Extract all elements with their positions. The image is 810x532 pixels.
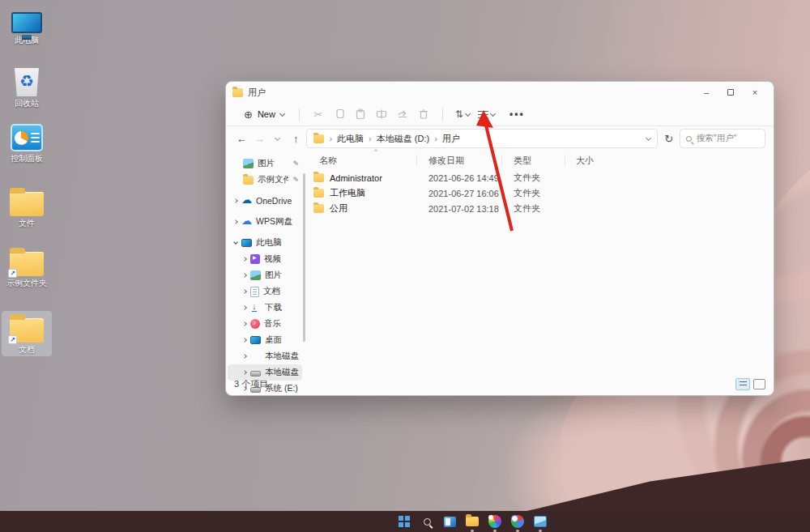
copy-button[interactable]	[329, 105, 350, 123]
desktop-icon-docs-shortcut[interactable]: ↗ 文档	[2, 311, 52, 356]
chevron-down-icon[interactable]	[233, 240, 238, 245]
search-input[interactable]: 搜索"用户"	[680, 129, 765, 148]
desktop-icon-sample-folder-shortcut[interactable]: ↗ 示例文件夹	[2, 245, 52, 290]
task-view-button[interactable]	[442, 514, 457, 529]
taskbar-photos-button[interactable]	[533, 514, 548, 529]
share-button[interactable]	[392, 105, 413, 123]
breadcrumb-separator: ›	[369, 134, 372, 143]
history-dropdown-button[interactable]	[271, 130, 285, 147]
large-icons-view-button[interactable]	[753, 379, 765, 389]
breadcrumb-folder-icon	[313, 134, 324, 143]
file-row-administrator[interactable]: Administrator 2021-06-26 14:49 文件夹	[313, 170, 765, 185]
breadcrumb[interactable]: › 此电脑 › 本地磁盘 (D:) › 用户	[306, 129, 658, 148]
task-view-icon	[444, 517, 456, 527]
edge-browser-icon	[488, 515, 501, 528]
details-view-button[interactable]	[735, 378, 750, 390]
sidebar-item-desktop[interactable]: 桌面	[228, 332, 302, 348]
chevron-right-icon[interactable]	[242, 273, 247, 278]
file-row-work-pc[interactable]: 工作电脑 2021-06-27 16:06 文件夹	[313, 185, 765, 201]
cut-button[interactable]: ✂	[308, 105, 329, 123]
chevron-down-icon	[279, 110, 285, 116]
desktop-icon-recycle-bin[interactable]: ♻ 回收站	[2, 63, 52, 110]
sidebar-item-wps-cloud[interactable]: WPS网盘	[228, 214, 302, 230]
desktop-icon	[250, 336, 261, 344]
taskbar-chrome-button[interactable]	[510, 514, 525, 529]
taskbar-file-explorer-button[interactable]	[465, 514, 480, 529]
sidebar-item-documents[interactable]: 文档	[228, 283, 302, 300]
sidebar-item-videos[interactable]: 视频	[228, 251, 302, 267]
sidebar-item-pictures-pinned[interactable]: 图片 ✎	[228, 155, 302, 172]
folder-shortcut-icon: ↗	[10, 252, 44, 276]
start-button[interactable]	[397, 514, 411, 529]
sidebar-item-sample-folder-pinned[interactable]: 示例文件夹 ✎	[228, 172, 302, 188]
folder-icon	[10, 192, 44, 216]
desktop-icon-label: 示例文件夹	[6, 279, 47, 287]
minimize-button[interactable]: –	[694, 83, 718, 102]
new-button[interactable]: ⊕ New	[237, 107, 291, 122]
chevron-right-icon[interactable]	[242, 321, 247, 326]
sidebar-item-pictures[interactable]: 图片	[228, 267, 302, 283]
delete-button[interactable]	[413, 105, 434, 123]
chevron-right-icon[interactable]	[242, 289, 247, 294]
sidebar-item-downloads[interactable]: 下载	[228, 300, 302, 316]
see-more-button[interactable]: •••	[505, 107, 529, 121]
up-button[interactable]: ↑	[288, 130, 303, 147]
taskbar-edge-button[interactable]	[488, 514, 502, 529]
sidebar-item-this-pc[interactable]: 此电脑	[228, 235, 302, 251]
refresh-button[interactable]: ↻	[661, 130, 676, 147]
videos-icon	[250, 254, 260, 264]
sidebar-scrollbar[interactable]	[303, 173, 305, 342]
chevron-right-icon[interactable]	[233, 198, 238, 203]
pin-icon: ✎	[292, 176, 299, 184]
downloads-icon	[250, 304, 261, 313]
address-dropdown-icon[interactable]	[646, 134, 651, 140]
chevron-right-icon[interactable]	[242, 338, 247, 343]
desktop-icon-label: 控制面板	[11, 154, 43, 163]
close-button[interactable]: ×	[743, 83, 767, 102]
chevron-right-icon[interactable]	[233, 219, 238, 224]
sidebar-item-onedrive[interactable]: OneDrive	[228, 193, 302, 209]
chevron-down-icon	[490, 110, 496, 116]
new-button-label: New	[258, 109, 275, 119]
sidebar-item-music[interactable]: 音乐	[228, 316, 302, 332]
maximize-button[interactable]	[718, 83, 743, 102]
sort-icon: ⇅	[455, 109, 463, 120]
breadcrumb-item-users[interactable]: 用户	[442, 133, 460, 145]
file-explorer-icon	[466, 517, 479, 526]
details-view-icon	[740, 381, 747, 388]
sort-button[interactable]: ⇅	[451, 107, 474, 121]
sidebar-item-drive-c[interactable]: 本地磁盘 (C:)	[228, 348, 302, 364]
breadcrumb-item-this-pc[interactable]: 此电脑	[337, 133, 364, 145]
chevron-down-icon	[465, 110, 471, 116]
column-header-name[interactable]: 名称	[319, 155, 337, 167]
chevron-right-icon[interactable]	[242, 257, 247, 262]
breadcrumb-item-drive-d[interactable]: 本地磁盘 (D:)	[377, 133, 429, 145]
desktop-icon-control-panel[interactable]: 控制面板	[2, 121, 52, 165]
title-bar[interactable]: 用户 – ×	[226, 82, 774, 103]
column-header-type[interactable]: 类型	[514, 155, 531, 167]
file-explorer-window: 用户 – × ⊕ New ✂ ⇅	[225, 81, 774, 396]
taskbar-search-button[interactable]	[420, 514, 434, 529]
window-body: 图片 ✎ 示例文件夹 ✎ OneDrive WPS网盘	[226, 151, 774, 373]
view-lines-icon	[478, 111, 488, 118]
column-header-date[interactable]: 修改日期	[428, 155, 464, 167]
chevron-right-icon[interactable]	[242, 305, 247, 310]
chevron-right-icon[interactable]	[242, 354, 247, 359]
copy-icon	[334, 109, 345, 120]
back-button[interactable]: ←	[234, 130, 249, 147]
view-button[interactable]	[474, 109, 499, 120]
forward-button[interactable]: →	[252, 130, 266, 147]
rename-button[interactable]	[371, 105, 392, 123]
search-icon	[424, 518, 431, 526]
navigation-pane: 图片 ✎ 示例文件夹 ✎ OneDrive WPS网盘	[226, 151, 307, 373]
paste-button[interactable]	[350, 105, 371, 123]
pin-icon: ✎	[292, 160, 299, 168]
column-divider[interactable]	[416, 155, 417, 166]
divider	[299, 108, 300, 121]
column-divider[interactable]	[565, 155, 565, 166]
desktop-icon-this-pc[interactable]: 此电脑	[2, 10, 52, 47]
file-row-public[interactable]: 公用 2021-07-02 13:18 文件夹	[313, 201, 765, 216]
desktop-icon-folder[interactable]: 文件	[2, 185, 52, 230]
column-divider[interactable]	[501, 155, 502, 166]
column-header-size[interactable]: 大小	[576, 155, 594, 167]
